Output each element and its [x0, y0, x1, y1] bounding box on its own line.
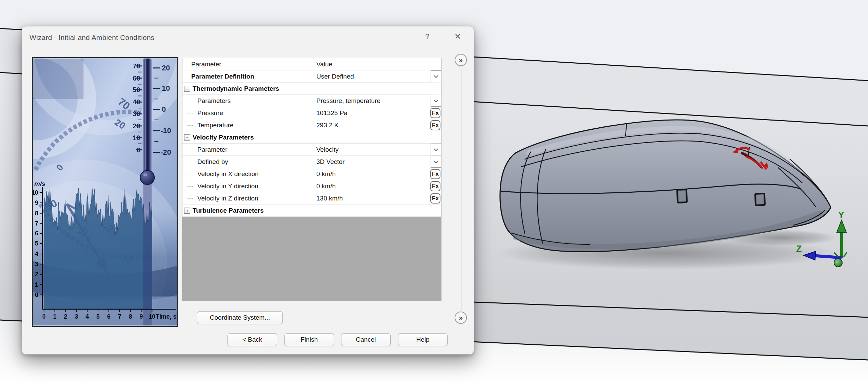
close-icon[interactable]: ✕ [451, 30, 464, 43]
svg-text:0: 0 [42, 313, 46, 320]
svg-text:0: 0 [35, 292, 38, 298]
svg-text:1: 1 [53, 313, 57, 320]
side-slot-right [755, 194, 765, 206]
title-bar[interactable]: Wizard - Initial and Ambient Conditions … [22, 26, 474, 46]
table-group-row[interactable]: − Velocity Parameters [182, 131, 441, 144]
dropdown-button[interactable] [431, 156, 441, 168]
svg-text:8: 8 [35, 210, 38, 217]
expand-panel-button-top[interactable]: » [455, 54, 467, 66]
back-button[interactable]: < Back [228, 333, 277, 346]
triad-y-label: Y [838, 210, 844, 220]
tree-connector [187, 168, 196, 180]
svg-text:-10: -10 [160, 126, 171, 135]
expand-panel-button-bottom[interactable]: » [455, 312, 467, 324]
dependency-fx-button[interactable]: Fx [430, 193, 440, 204]
svg-text:10: 10 [149, 313, 155, 320]
tree-connector [187, 192, 196, 204]
table-row[interactable]: Velocity in X direction 0 km/h Fx [182, 168, 441, 180]
expand-icon[interactable]: + [184, 208, 190, 214]
svg-text:4: 4 [85, 313, 89, 320]
chevron-down-icon [433, 73, 438, 78]
svg-text:20: 20 [162, 64, 170, 72]
table-empty-area [182, 217, 441, 301]
svg-text:5: 5 [35, 240, 38, 247]
plot-y-axis-label: m/s [34, 180, 45, 187]
table-row[interactable]: Parameter Definition User Defined [182, 70, 441, 83]
svg-text:2: 2 [35, 271, 38, 278]
svg-text:3: 3 [75, 313, 78, 320]
table-header-row: Parameter Value [182, 58, 441, 70]
svg-text:5: 5 [96, 313, 100, 320]
chevron-down-icon [433, 158, 438, 163]
side-slot-left [677, 190, 687, 203]
dependency-fx-button[interactable]: Fx [430, 108, 440, 118]
table-row[interactable]: Parameters Pressure, temperature [182, 95, 441, 107]
dependency-fx-button[interactable]: Fx [430, 181, 440, 191]
svg-text:6: 6 [35, 230, 38, 237]
dropdown-button[interactable] [431, 95, 441, 107]
dropdown-button[interactable] [431, 70, 441, 82]
triad-z-label: Z [796, 244, 802, 254]
thermometer-bulb [140, 170, 155, 185]
table-row[interactable]: Parameter Velocity [182, 144, 441, 156]
collapse-icon[interactable]: − [184, 134, 190, 141]
svg-text:7: 7 [35, 220, 38, 227]
column-header-value: Value [316, 61, 332, 68]
dropdown-button[interactable] [431, 144, 441, 155]
svg-text:-20: -20 [160, 148, 171, 156]
svg-text:4: 4 [35, 251, 38, 257]
tree-connector [187, 95, 196, 107]
dependency-fx-button[interactable]: Fx [430, 120, 440, 130]
svg-text:10: 10 [162, 84, 170, 92]
tree-connector [187, 144, 196, 155]
svg-text:9: 9 [35, 199, 38, 206]
dialog-help-button[interactable]: ? [421, 30, 434, 43]
finish-button[interactable]: Finish [284, 333, 334, 346]
table-row[interactable]: Defined by 3D Vector [182, 156, 441, 168]
dialog-title: Wizard - Initial and Ambient Conditions [29, 34, 154, 42]
table-group-row[interactable]: − Thermodynamic Parameters [182, 83, 441, 95]
thermometer-tube [143, 59, 152, 173]
svg-text:2: 2 [64, 313, 67, 320]
chevron-down-icon [433, 146, 438, 151]
column-header-parameter: Parameter [191, 61, 221, 68]
svg-text:7: 7 [118, 313, 121, 320]
table-row[interactable]: Velocity in Z direction 130 km/h Fx [182, 192, 441, 205]
cancel-button[interactable]: Cancel [341, 333, 391, 346]
chevron-down-icon [433, 98, 438, 102]
tree-connector [187, 119, 196, 131]
help-button[interactable]: Help [398, 333, 448, 346]
tree-connector [187, 107, 196, 119]
svg-text:6: 6 [107, 313, 111, 320]
svg-text:1: 1 [35, 281, 38, 288]
wizard-dialog: Wizard - Initial and Ambient Conditions … [22, 26, 474, 355]
svg-text:8: 8 [129, 313, 132, 320]
panel-splitter [459, 69, 462, 310]
parameter-table: Parameter Value Parameter Definition Use… [182, 58, 441, 301]
svg-text:3: 3 [35, 261, 38, 268]
table-row[interactable]: Pressure 101325 Pa Fx [182, 107, 441, 119]
svg-text:9: 9 [140, 313, 143, 320]
svg-text:10: 10 [33, 189, 38, 196]
table-group-row[interactable]: + Turbulence Parameters [182, 205, 441, 217]
tree-connector [187, 180, 196, 192]
svg-text:0: 0 [162, 105, 166, 113]
coordinate-system-button[interactable]: Coordinate System... [197, 311, 283, 324]
table-row[interactable]: Temperature 293.2 K Fx [182, 119, 441, 131]
table-row[interactable]: Velocity in Y direction 0 km/h Fx [182, 180, 441, 192]
collapse-icon[interactable]: − [184, 86, 190, 92]
plot-x-axis-label: Time, s [156, 313, 176, 320]
triad-origin-ball [834, 259, 842, 267]
tree-connector [187, 156, 196, 168]
flow-simulation-screen: Y Z Wizard - Initial and Ambient Conditi… [0, 0, 868, 384]
wizard-preview-image: 0 50 10 70 20 -20 -10 Thermometer [32, 57, 178, 327]
dependency-fx-button[interactable]: Fx [430, 169, 440, 179]
